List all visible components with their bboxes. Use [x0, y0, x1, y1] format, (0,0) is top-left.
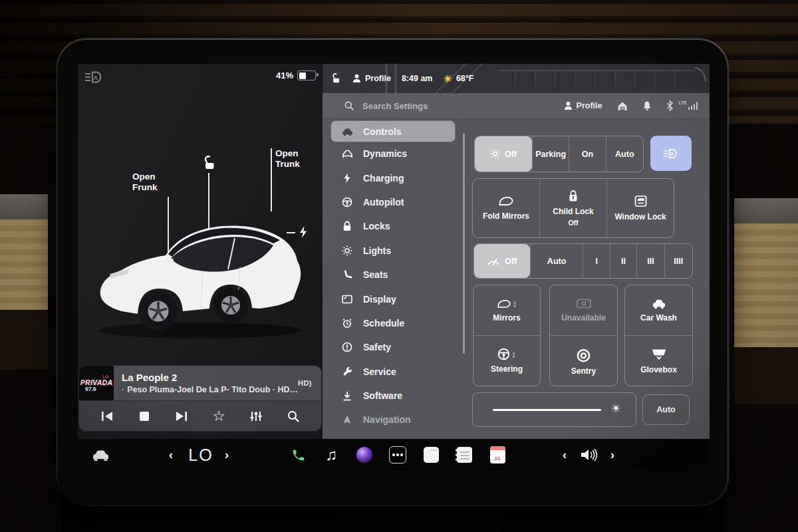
sidebar-item-charging[interactable]: Charging — [323, 166, 466, 190]
profile-menu-button[interactable]: Profile — [564, 101, 602, 110]
sidebar-item-controls[interactable]: Controls — [331, 121, 455, 142]
sentry-eye-icon: ◎ — [577, 346, 591, 362]
photo-scene: A 41% Open Frunk Open Trunk — [0, 0, 798, 532]
steering-wheel-icon — [497, 348, 510, 360]
home-icon[interactable] — [617, 101, 628, 111]
favorite-star-button[interactable]: ☆ — [207, 405, 230, 428]
window-lock-button[interactable]: Window Lock — [606, 179, 674, 237]
media-controls-row: ☆ — [79, 400, 321, 431]
sidebar-item-service[interactable]: Service — [323, 360, 466, 384]
wipers-speed1-option[interactable]: I — [583, 244, 609, 278]
headlights-segment: Off Parking On Auto — [474, 136, 644, 172]
stop-button[interactable] — [133, 405, 156, 428]
phone-app-icon[interactable] — [288, 439, 308, 471]
settings-panel: Profile 8:49 am ☀ 68°F — [323, 64, 710, 439]
sidebar-item-seats[interactable]: Seats — [323, 263, 466, 287]
volume-icon[interactable] — [577, 439, 600, 471]
settings-search-bar: Profile — [323, 93, 710, 119]
car-controls-button[interactable] — [88, 439, 112, 471]
sentry-mode-button[interactable]: ◎ Sentry — [550, 335, 617, 386]
sidebar-item-locks[interactable]: Locks — [323, 214, 466, 238]
navigation-arrow-icon — [341, 414, 353, 426]
glovebox-button[interactable]: Glovebox — [625, 335, 692, 386]
child-lock-button[interactable]: Child Lock Off — [539, 179, 606, 237]
sidebar-item-lights[interactable]: Lights — [323, 239, 466, 263]
wipers-off-option[interactable]: Off — [474, 244, 530, 278]
tesla-touchscreen: A 41% Open Frunk Open Trunk — [57, 40, 728, 505]
search-icon — [344, 100, 354, 111]
headlights-off-option[interactable]: Off — [475, 136, 532, 172]
more-apps-icon[interactable] — [388, 439, 408, 471]
headlights-auto-option[interactable]: Auto — [606, 136, 643, 172]
headlights-on-option[interactable]: On — [569, 136, 605, 172]
car-front-icon — [341, 148, 353, 160]
sidebar-item-dynamics[interactable]: Dynamics — [323, 142, 466, 166]
brightness-auto-button[interactable]: Auto — [642, 394, 690, 425]
car-wash-button[interactable]: Car Wash — [625, 285, 692, 335]
sidebar-item-safety[interactable]: Safety — [323, 335, 466, 359]
lock-icon — [341, 220, 353, 232]
track-subtitle: Peso Pluma-Joel De La P- Tito Doub · HD… — [122, 385, 298, 394]
sidebar-item-navigation[interactable]: Navigation — [323, 408, 466, 432]
driver-profile-button[interactable]: Profile — [352, 74, 391, 83]
car-side-icon — [341, 126, 353, 138]
bluetooth-icon[interactable] — [666, 100, 674, 111]
fog-lights-button[interactable]: A — [650, 136, 692, 171]
brightness-track[interactable] — [493, 409, 601, 411]
source-icon — [122, 386, 124, 394]
lock-buttons-row: Fold Mirrors Child Lock Off — [472, 178, 674, 238]
outside-temperature: ☀ 68°F — [443, 74, 473, 84]
headlights-parking-option[interactable]: Parking — [532, 136, 569, 172]
calendar-app-icon[interactable]: 21 — [487, 439, 507, 471]
person-icon — [352, 74, 361, 83]
volume-up-chevron[interactable]: › — [606, 439, 619, 471]
clock: 8:49 am — [402, 74, 433, 83]
open-trunk-label[interactable]: Open Trunk — [275, 148, 310, 169]
mirrors-adjust-button[interactable]: ↕ Mirrors — [473, 285, 540, 335]
equalizer-button[interactable] — [245, 405, 267, 428]
music-app-icon[interactable]: ♫ — [321, 439, 341, 471]
brightness-slider[interactable]: ☀ — [472, 392, 636, 427]
messages-app-icon[interactable] — [421, 439, 441, 471]
open-frunk-label[interactable]: Open Frunk — [132, 172, 167, 192]
previous-track-button[interactable] — [96, 405, 118, 428]
sidebar-item-autopilot[interactable]: Autopilot — [323, 190, 466, 214]
temp-decrease-chevron[interactable]: ‹ — [164, 439, 178, 471]
wipers-auto-option[interactable]: Auto — [530, 244, 583, 278]
car-status-panel: A 41% Open Frunk Open Trunk — [78, 64, 323, 439]
temp-increase-chevron[interactable]: › — [220, 439, 233, 471]
wipers-speed3-option[interactable]: III — [636, 244, 664, 278]
hd-radio-icon: HD) — [298, 379, 321, 387]
vehicle-unlocked-icon[interactable] — [331, 73, 342, 84]
next-track-button[interactable] — [170, 405, 193, 428]
background-left — [0, 124, 61, 532]
sidebar-item-display[interactable]: Display — [323, 287, 466, 311]
parking-light-icon — [490, 149, 500, 159]
car-render — [91, 197, 311, 350]
hvac-temperature[interactable]: LO — [181, 439, 221, 471]
media-search-button[interactable] — [282, 405, 305, 428]
search-input[interactable] — [361, 100, 490, 112]
media-info-row[interactable]: LA PRIVADA 97.9 La People 2 P — [79, 366, 321, 400]
wipers-speed4-option[interactable]: IIII — [664, 244, 692, 278]
mirror-icon — [498, 196, 514, 207]
notifications-bell-icon[interactable] — [642, 100, 652, 111]
glovebox-icon — [651, 348, 667, 361]
app-icon-purple[interactable] — [354, 439, 374, 471]
sidebar-scrollbar[interactable] — [463, 133, 465, 354]
volume-down-chevron[interactable]: ‹ — [558, 439, 571, 471]
fold-mirrors-button[interactable]: Fold Mirrors — [473, 179, 539, 237]
bottom-dock: ‹ LO › ♫ 21 ‹ — [78, 439, 710, 471]
settings-sidebar: Controls Dynamics Charging — [323, 121, 466, 432]
wipers-speed2-option[interactable]: II — [610, 244, 636, 278]
up-down-arrows-icon: ↕ — [513, 299, 517, 309]
wrench-icon — [341, 366, 353, 378]
station-art: LA PRIVADA 97.9 — [79, 366, 114, 400]
unlock-icon[interactable] — [201, 156, 217, 172]
sidebar-item-software[interactable]: Software — [323, 384, 466, 408]
dashcam-icon — [576, 298, 592, 309]
battery-status: 41% — [276, 70, 316, 80]
steering-adjust-button[interactable]: ↕ Steering — [473, 335, 540, 386]
notes-app-icon[interactable] — [454, 439, 474, 471]
sidebar-item-schedule[interactable]: Schedule — [323, 311, 466, 335]
